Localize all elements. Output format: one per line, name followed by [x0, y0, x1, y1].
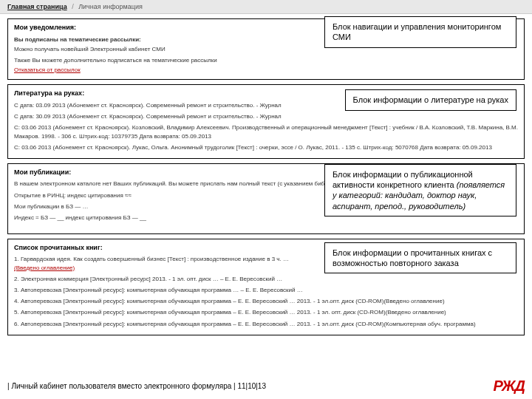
breadcrumb-current: Личная информация [78, 3, 143, 10]
read-entry: 3. Автоперевозка [Электронный ресурс]: к… [14, 286, 518, 294]
lit-entry: С: 03.06 2013 (Абонемент ст. Красноярск)… [14, 123, 518, 140]
panel-literature: Литература на руках: С дата: 03.09 2013 … [7, 84, 525, 159]
read-entry: 4. Автоперевозка [Электронный ресурс]: к… [14, 297, 518, 305]
label-read: Блок информации о прочитанных книгах с в… [324, 242, 516, 274]
panel-publications: Мои публикации: В нашем электронном ката… [7, 163, 525, 234]
read-entry: 2. Электронная коммерция [Электронный ре… [14, 275, 518, 283]
panel-read-books: Список прочитанных книг: 1. Гарвардская … [7, 239, 525, 335]
lit-entry: С дата: 30.09 2013 (Абонемент ст. Красно… [14, 112, 518, 120]
read-entry: 6. Автоперевозка [Электронный ресурс]: к… [14, 320, 518, 328]
notif-line3: Также Вы можете дополнительно подписатьс… [14, 56, 518, 64]
unsubscribe-link[interactable]: Отказаться от рассылок [14, 66, 81, 73]
breadcrumb-sep: / [72, 3, 74, 10]
breadcrumb-home[interactable]: Главная страница [7, 3, 67, 10]
logo-rzd: РЖД [493, 378, 525, 395]
panel-notifications: Мои уведомления: Вы подписаны на тематич… [7, 18, 525, 80]
lit-entry: С: 03.06 2013 (Абонемент ст. Красноярск)… [14, 143, 518, 151]
read-toc-link[interactable]: (Введено оглавление) [14, 265, 75, 271]
footer-text: | Личный кабинет пользователя вместо эле… [7, 382, 266, 390]
breadcrumb: Главная страница / Личная информация [0, 0, 532, 14]
label-pub: Блок информации о публикационной активно… [324, 164, 516, 216]
read-entry: 5. Автоперевозка [Электронный ресурс]: к… [14, 308, 518, 316]
footer: | Личный кабинет пользователя вместо эле… [7, 378, 525, 395]
label-lit: Блок информации о литературе на руках [345, 89, 516, 110]
label-nav: Блок навигации и управления мониторингом… [324, 16, 516, 48]
